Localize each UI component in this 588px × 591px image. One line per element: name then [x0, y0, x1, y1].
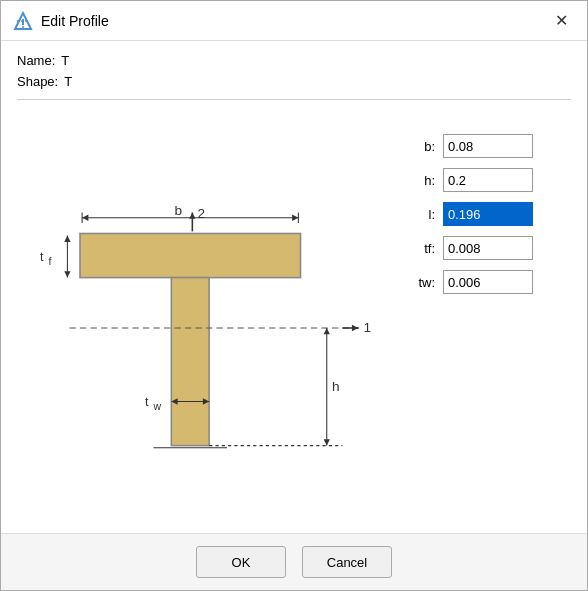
- svg-marker-8: [352, 325, 358, 331]
- param-row-h: h:: [411, 168, 571, 192]
- svg-rect-4: [80, 234, 301, 278]
- svg-text:f: f: [49, 255, 52, 267]
- dialog-icon: [13, 11, 33, 31]
- param-input-tf[interactable]: [443, 236, 533, 260]
- shape-row: Shape: T: [17, 74, 571, 89]
- svg-marker-21: [64, 236, 70, 242]
- shape-value: T: [64, 74, 72, 89]
- diagram-area: 1 2 b: [17, 114, 395, 521]
- edit-profile-dialog: Edit Profile ✕ Name: T Shape: T: [0, 0, 588, 591]
- svg-point-2: [22, 26, 24, 28]
- dialog-content: Name: T Shape: T: [1, 41, 587, 533]
- svg-text:h: h: [332, 379, 340, 394]
- svg-marker-22: [64, 271, 70, 277]
- name-label: Name:: [17, 53, 55, 68]
- param-row-tw: tw:: [411, 270, 571, 294]
- param-label-tw: tw:: [411, 275, 435, 290]
- divider: [17, 99, 571, 100]
- main-area: 1 2 b: [17, 114, 571, 521]
- title-bar: Edit Profile ✕: [1, 1, 587, 41]
- param-row-b: b:: [411, 134, 571, 158]
- footer: OK Cancel: [1, 533, 587, 590]
- param-label-b: b:: [411, 139, 435, 154]
- svg-text:2: 2: [198, 206, 206, 221]
- svg-text:t: t: [40, 250, 44, 264]
- svg-text:t: t: [145, 395, 149, 409]
- params-area: b:h:l:tf:tw:: [411, 114, 571, 521]
- param-row-tf: tf:: [411, 236, 571, 260]
- svg-marker-32: [324, 439, 330, 445]
- param-label-h: h:: [411, 173, 435, 188]
- dialog-title: Edit Profile: [41, 13, 109, 29]
- ok-button[interactable]: OK: [196, 546, 286, 578]
- svg-marker-31: [324, 328, 330, 334]
- name-value: T: [61, 53, 69, 68]
- svg-marker-14: [82, 215, 88, 221]
- svg-text:b: b: [175, 203, 183, 218]
- param-input-tw[interactable]: [443, 270, 533, 294]
- svg-text:w: w: [153, 400, 162, 412]
- param-input-l[interactable]: [443, 202, 533, 226]
- cancel-button[interactable]: Cancel: [302, 546, 392, 578]
- shape-label: Shape:: [17, 74, 58, 89]
- t-profile-diagram: 1 2 b: [17, 114, 395, 521]
- name-row: Name: T: [17, 53, 571, 68]
- param-input-h[interactable]: [443, 168, 533, 192]
- close-button[interactable]: ✕: [547, 7, 575, 35]
- title-bar-left: Edit Profile: [13, 11, 109, 31]
- param-row-l: l:: [411, 202, 571, 226]
- param-input-b[interactable]: [443, 134, 533, 158]
- svg-rect-5: [171, 278, 209, 446]
- param-label-l: l:: [411, 207, 435, 222]
- param-label-tf: tf:: [411, 241, 435, 256]
- svg-text:1: 1: [364, 320, 372, 335]
